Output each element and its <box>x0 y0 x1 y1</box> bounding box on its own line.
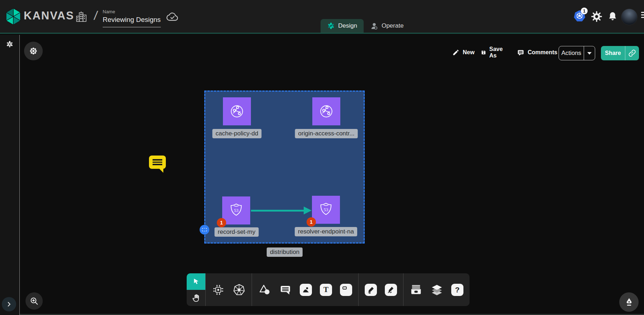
components-drawer-tool[interactable] <box>410 283 423 296</box>
kubernetes-context-button[interactable]: 1 <box>573 9 587 24</box>
pointer-tool[interactable] <box>187 273 205 290</box>
flower-gear-icon <box>29 47 38 55</box>
operate-person-icon <box>370 22 378 30</box>
text-tool[interactable]: T <box>320 284 332 296</box>
share-label[interactable]: Share <box>601 46 625 60</box>
drawing-tools-section <box>359 273 403 306</box>
cloud-sync-icon[interactable] <box>166 11 179 23</box>
magnifier-plus-icon <box>29 296 39 306</box>
notifications-bell-icon[interactable] <box>607 11 618 22</box>
route53-shield-icon: 53 <box>228 202 244 219</box>
platform-tools-section <box>206 273 252 306</box>
comment-tool[interactable] <box>279 283 292 296</box>
header-bar: KANVAS / Name <box>0 0 644 34</box>
node-resolver-endpoint[interactable]: 53 <box>312 196 340 224</box>
actions-label[interactable]: Actions <box>559 46 584 60</box>
design-name-input[interactable] <box>103 15 161 27</box>
hand-icon <box>192 293 200 302</box>
node-origin-access-control[interactable] <box>312 97 340 125</box>
shapes-icon <box>259 284 270 296</box>
freehand-pencil-icon <box>387 286 395 294</box>
layers-tool[interactable] <box>430 283 443 296</box>
copy-link-button[interactable] <box>625 46 639 60</box>
link-icon <box>628 49 636 57</box>
pan-hand-tool[interactable] <box>187 290 205 306</box>
node-cache-policy[interactable] <box>223 97 251 125</box>
svg-text:53: 53 <box>234 208 238 213</box>
image-tool[interactable] <box>300 284 312 296</box>
integration-chip-icon <box>212 284 224 296</box>
image-icon <box>302 286 309 293</box>
group-select-handle[interactable] <box>200 225 209 235</box>
organization-icon[interactable] <box>75 10 88 24</box>
drawer-icon <box>410 284 423 296</box>
new-button[interactable]: New <box>452 47 475 58</box>
design-swirl-icon <box>327 22 335 30</box>
node-label-record-set[interactable]: record-set-my <box>215 227 259 237</box>
node-label-resolver-endpoint[interactable]: resolver-endpoint-na <box>295 227 357 236</box>
shapes-tool[interactable] <box>258 283 271 296</box>
canvas-comment-marker[interactable] <box>149 156 166 170</box>
actions-split-button[interactable]: Actions <box>559 46 595 60</box>
node-record-set[interactable]: 53 <box>222 196 250 224</box>
user-avatar[interactable] <box>621 9 638 25</box>
tab-operate-label: Operate <box>382 22 403 29</box>
sidebar-expand-button[interactable] <box>2 297 16 311</box>
pointer-cursor-icon <box>192 278 200 286</box>
tab-design[interactable]: Design <box>321 19 364 33</box>
new-label: New <box>463 49 475 56</box>
integrations-tool[interactable] <box>212 283 225 296</box>
edge-pen-icon <box>367 286 375 294</box>
help-glyph: ? <box>455 286 460 294</box>
menu-hamburger-icon[interactable] <box>641 12 644 19</box>
name-field-label: Name <box>103 9 161 14</box>
freehand-draw-tool[interactable] <box>385 284 397 296</box>
pen-nib-icon <box>624 297 634 307</box>
record-set-issue-badge[interactable]: 1 <box>217 218 226 227</box>
comment-tool-icon <box>279 284 291 296</box>
node-label-origin-access[interactable]: origin-access-contr... <box>295 129 358 138</box>
actions-dropdown-button[interactable] <box>584 46 595 60</box>
settings-gear-icon[interactable] <box>591 11 602 22</box>
svg-text:53: 53 <box>324 207 328 212</box>
group-rect-icon <box>202 228 207 231</box>
route53-shield-icon: 53 <box>318 201 334 218</box>
group-label-distribution[interactable]: distribution <box>267 247 303 257</box>
cursor-tools-column <box>187 273 205 306</box>
bottom-tool-dock: T <box>187 273 470 306</box>
pencil-icon <box>452 49 459 56</box>
text-tool-glyph: T <box>323 285 328 294</box>
edge-arrowhead <box>304 207 312 214</box>
library-tools-section: ? <box>403 273 470 306</box>
edge-record-to-resolver[interactable] <box>251 210 305 212</box>
resolver-issue-badge[interactable]: 1 <box>307 217 316 227</box>
tab-design-label: Design <box>338 22 357 29</box>
comment-marker-tail <box>159 168 163 173</box>
design-pen-fab[interactable] <box>619 292 639 312</box>
share-split-button[interactable]: Share <box>601 46 639 60</box>
kubernetes-wheel-icon <box>233 283 246 296</box>
save-floppy-icon <box>481 49 486 56</box>
left-sidebar <box>0 35 20 315</box>
help-tool[interactable]: ? <box>451 284 463 296</box>
note-tool[interactable] <box>340 284 352 296</box>
caret-down-icon <box>587 52 592 55</box>
edge-draw-tool[interactable] <box>365 284 377 296</box>
comments-label: Comments <box>528 49 557 56</box>
annotation-tools-section: T <box>252 273 358 306</box>
save-as-label: Save As <box>489 46 505 59</box>
node-label-cache-policy[interactable]: cache-policy-dd <box>212 129 261 138</box>
comment-marker-icon <box>149 156 166 169</box>
layers-icon <box>430 283 443 297</box>
save-as-button[interactable]: Save As <box>481 47 505 58</box>
meshery-pinwheel-icon[interactable] <box>6 40 14 48</box>
breadcrumb-slash: / <box>93 9 98 23</box>
chevron-right-icon <box>6 301 12 307</box>
tab-operate[interactable]: Operate <box>364 19 410 33</box>
zoom-in-button[interactable] <box>25 292 43 310</box>
kubernetes-tool[interactable] <box>233 283 246 296</box>
kubernetes-badge[interactable]: 1 <box>581 8 588 14</box>
design-name-field-wrap: Name <box>103 9 161 27</box>
comments-button[interactable]: Comments <box>517 47 557 58</box>
canvas-widgets-button[interactable] <box>24 42 43 60</box>
